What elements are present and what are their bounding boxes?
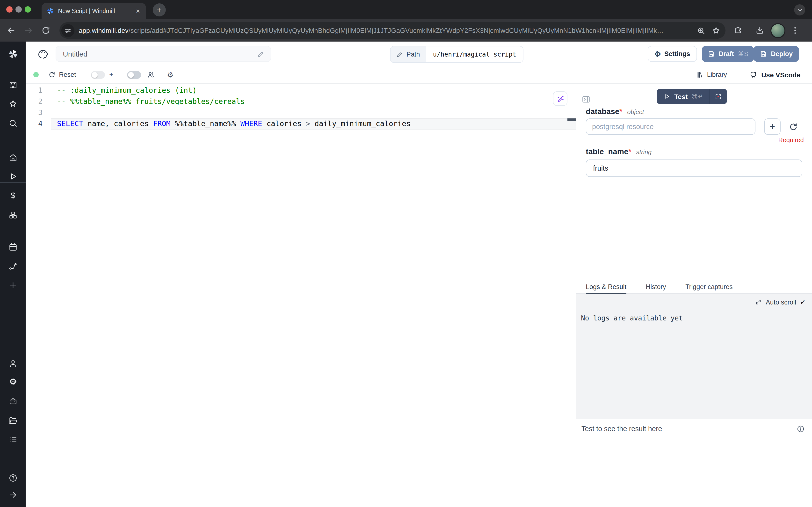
path-badge[interactable]: Path u/henri/magical_script [390,46,523,63]
sidebar-item-variables[interactable] [0,191,25,202]
library-button[interactable]: Library [696,71,727,78]
new-tab-button[interactable]: + [153,3,166,16]
workspace-icon [8,80,18,90]
code-token: -- :daily_minimum_calories (int) [57,86,197,95]
reset-button[interactable]: Reset [48,71,76,78]
windmill-app: Path u/henri/magical_script ⚙ Settings D… [0,42,812,507]
multiplayer-toggle[interactable] [127,71,141,78]
table-name-input[interactable] [586,160,802,177]
code-token: > [306,119,310,128]
close-tab-icon[interactable]: ✕ [135,7,141,15]
sidebar-item-audit-logs[interactable] [0,435,25,446]
refresh-icon [48,71,56,78]
sidebar-item-help[interactable] [0,473,25,484]
code-line[interactable]: -- :daily_minimum_calories (int) [51,85,576,96]
tab-search-button[interactable] [794,4,805,15]
sidebar-item-users[interactable] [0,358,25,369]
window-close-button[interactable] [6,6,12,12]
tab-history[interactable]: History [646,280,666,293]
refresh-resource-icon[interactable] [789,122,798,131]
gear-icon[interactable]: ⚙ [167,71,174,78]
sidebar-item-settings[interactable] [0,378,25,388]
ai-assistant-button[interactable] [553,91,568,106]
window-minimize-button[interactable] [15,6,22,12]
bookmark-star-icon[interactable] [711,26,721,35]
sidebar-item-home[interactable] [0,153,25,163]
table-name-arg-row: table_name* string [586,148,651,156]
path-label-wrap: Path [391,46,426,62]
code-token: SELECT [57,119,83,128]
line-number: 3 [25,107,51,118]
settings-label: Settings [664,50,690,58]
profile-avatar[interactable] [770,23,786,38]
save-icon [708,50,715,58]
url-bar[interactable]: app.windmill.dev/scripts/add#JTdCJTIyaGF… [59,22,726,39]
database-label: database* [586,107,622,116]
table-name-label: table_name* [586,148,632,156]
test-button[interactable]: Test ⌘↵ [657,89,709,104]
download-icon[interactable] [755,25,765,35]
sidebar-item-schedules[interactable] [0,242,25,253]
required-asterisk: * [628,148,631,156]
database-resource-input[interactable] [586,118,755,135]
sidebar-item-runs[interactable] [0,172,25,182]
browser-tab-strip: New Script | Windmill ✕ + [0,0,812,19]
diff-toggle[interactable] [91,71,105,78]
audit-logs-icon [8,435,18,445]
sidebar-item-folders[interactable] [0,416,25,426]
folders-icon [8,416,18,425]
settings-button[interactable]: ⚙ Settings [648,46,697,62]
reload-icon[interactable] [41,25,51,35]
sidebar-item-resources[interactable] [0,210,25,221]
code-token: -- %%table_name%% fruits/vegetables/cere… [57,97,245,106]
url-text[interactable]: app.windmill.dev/scripts/add#JTdCJTIyaGF… [79,27,691,34]
tab-logs-result[interactable]: Logs & Result [586,280,626,293]
back-icon[interactable] [6,25,16,35]
code-line[interactable]: SELECT name, calories FROM %%table_name%… [51,118,576,129]
sidebar-item-add[interactable] [0,280,25,291]
editor-gutter: 1234 [25,85,51,129]
browser-tab[interactable]: New Script | Windmill ✕ [42,3,146,19]
sidebar-item-search[interactable] [0,118,25,129]
deploy-button[interactable]: Deploy [754,46,799,62]
use-vscode-button[interactable]: Use VScode [749,70,800,79]
code-token: FROM [153,119,170,128]
script-header: Path u/henri/magical_script ⚙ Settings D… [25,42,812,66]
auto-scroll-control[interactable]: Auto scroll ✓ [755,298,806,306]
pencil-icon[interactable] [257,50,265,58]
sidebar-item-expand[interactable] [0,490,25,501]
postgresql-icon [37,47,50,60]
editor-code[interactable]: -- :daily_minimum_calories (int)-- %%tab… [51,85,576,129]
toggle-knob [92,72,98,77]
panel-toggle-icon[interactable] [581,95,591,104]
expand-icon[interactable] [755,299,762,305]
sidebar-item-routes[interactable] [0,262,25,272]
resources-icon [8,210,18,220]
windmill-logo[interactable] [8,49,18,59]
code-editor[interactable]: 1234 -- :daily_minimum_calories (int)-- … [25,83,576,507]
capture-test-button[interactable] [710,89,727,104]
sidebar-item-workers[interactable] [0,396,25,407]
tab-trigger-captures[interactable]: Trigger captures [685,280,733,293]
site-info-icon[interactable] [61,24,74,37]
extensions-icon[interactable] [733,25,743,35]
sidebar-item-workspace[interactable] [0,80,25,91]
info-icon[interactable] [797,425,805,433]
gear-icon: ⚙ [654,50,661,58]
forward-icon[interactable] [24,25,33,35]
draft-button[interactable]: Draft ⌘S [702,46,754,62]
script-name-input[interactable] [62,49,257,58]
menu-dots-icon[interactable] [790,25,800,35]
app-sidebar [0,42,25,507]
line-number: 1 [25,85,51,96]
zoom-icon[interactable] [696,26,706,35]
window-maximize-button[interactable] [25,6,31,12]
code-line[interactable] [51,107,576,118]
sidebar-divider [0,182,25,183]
sidebar-item-favorites[interactable] [0,99,25,110]
code-token: WHERE [240,119,262,128]
code-line[interactable]: -- %%table_name%% fruits/vegetables/cere… [51,96,576,107]
add-resource-button[interactable]: + [764,118,780,135]
path-label: Path [406,51,420,58]
script-name-field[interactable] [56,46,271,62]
